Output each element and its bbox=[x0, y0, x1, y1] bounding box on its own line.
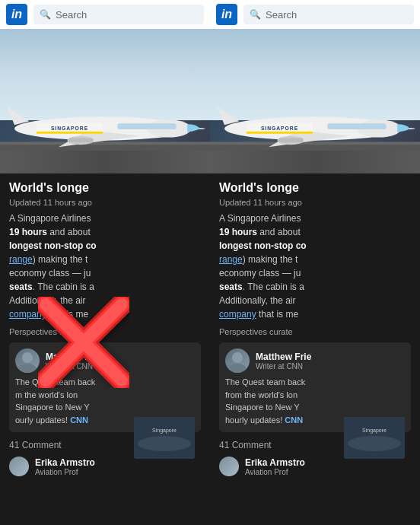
right-bottom-name: Erika Armstro bbox=[245, 457, 305, 468]
right-bottom-avatar bbox=[219, 457, 239, 476]
right-bottom-commenter: Erika Armstro Aviation Prof bbox=[219, 453, 344, 479]
left-comment-item: Matthew Frie Writer at CNN The Quest tea… bbox=[9, 342, 201, 432]
left-article-title: World's longe bbox=[9, 181, 201, 195]
svg-point-28 bbox=[348, 436, 401, 451]
left-perspectives: Perspectives curate bbox=[9, 327, 201, 336]
left-comment-image: Singapore bbox=[134, 417, 195, 459]
right-bottom-role: Aviation Prof bbox=[245, 468, 305, 476]
right-search-bar[interactable]: 🔍 Search bbox=[243, 5, 414, 24]
left-commenter-avatar bbox=[15, 348, 40, 373]
left-bottom-commenter: Erika Armstro Aviation Prof bbox=[9, 453, 134, 479]
svg-rect-21 bbox=[278, 138, 304, 143]
right-article-content: World's longe Updated 11 hours ago A Sin… bbox=[210, 173, 420, 487]
left-search-text: Search bbox=[56, 9, 87, 21]
svg-text:Singapore: Singapore bbox=[152, 428, 177, 434]
right-article-timestamp: Updated 11 hours ago bbox=[219, 198, 411, 207]
left-article-image: SINGAPORE bbox=[0, 29, 210, 173]
svg-rect-4 bbox=[117, 124, 176, 130]
left-article-content: World's longe Updated 11 hours ago A Sin… bbox=[0, 173, 210, 487]
left-search-bar[interactable]: 🔍 Search bbox=[33, 5, 204, 24]
svg-text:Singapore: Singapore bbox=[362, 428, 387, 434]
left-bottom-avatar bbox=[9, 457, 29, 476]
right-perspectives: Perspectives curate bbox=[219, 327, 411, 336]
svg-point-25 bbox=[232, 352, 243, 363]
left-bottom-role: Aviation Prof bbox=[35, 468, 95, 476]
left-bottom-name: Erika Armstro bbox=[35, 457, 95, 468]
right-commenter-role: Writer at CNN bbox=[256, 362, 311, 371]
right-comment-item: Matthew Frie Writer at CNN The Quest tea… bbox=[219, 342, 411, 432]
right-article-body: A Singapore Airlines 19 hours and about … bbox=[219, 212, 411, 321]
right-commenter-avatar bbox=[225, 348, 250, 373]
search-icon-right: 🔍 bbox=[250, 9, 261, 20]
svg-rect-24 bbox=[247, 132, 313, 134]
airplane-left: SINGAPORE bbox=[0, 84, 210, 158]
left-commenter-role: Writer at CNN bbox=[46, 362, 101, 371]
svg-rect-19 bbox=[327, 124, 386, 130]
svg-point-11 bbox=[18, 364, 37, 373]
left-commenter-name: Matthew Frie bbox=[46, 352, 101, 362]
search-icon-left: 🔍 bbox=[40, 9, 51, 20]
svg-rect-9 bbox=[37, 132, 103, 134]
svg-point-26 bbox=[228, 364, 247, 373]
left-comment-body: The Quest team back m the world's lon Si… bbox=[15, 376, 195, 426]
svg-point-13 bbox=[138, 436, 191, 451]
left-article-timestamp: Updated 11 hours ago bbox=[9, 198, 201, 207]
left-header: in 🔍 Search bbox=[0, 0, 210, 29]
svg-rect-16 bbox=[210, 142, 420, 145]
right-search-text: Search bbox=[266, 9, 297, 21]
linkedin-logo-left[interactable]: in bbox=[6, 4, 27, 25]
right-article-image: SINGAPORE bbox=[210, 29, 420, 173]
svg-text:SINGAPORE: SINGAPORE bbox=[51, 126, 88, 131]
right-panel: in 🔍 Search SINGAPORE World's l bbox=[210, 0, 420, 525]
right-comment-image: Singapore bbox=[344, 417, 405, 459]
airplane-right: SINGAPORE bbox=[210, 84, 420, 158]
svg-text:SINGAPORE: SINGAPORE bbox=[261, 126, 298, 131]
right-article-title: World's longe bbox=[219, 181, 411, 195]
svg-rect-1 bbox=[0, 142, 210, 145]
right-header: in 🔍 Search bbox=[210, 0, 420, 29]
svg-rect-6 bbox=[68, 138, 94, 143]
svg-point-10 bbox=[22, 352, 33, 363]
left-panel: in 🔍 Search bbox=[0, 0, 210, 525]
right-commenter-name: Matthew Frie bbox=[256, 352, 311, 362]
linkedin-logo-right[interactable]: in bbox=[216, 4, 237, 25]
right-comment-body: The Quest team back from the world's lon… bbox=[225, 376, 405, 426]
left-article-body: A Singapore Airlines 19 hours and about … bbox=[9, 212, 201, 321]
